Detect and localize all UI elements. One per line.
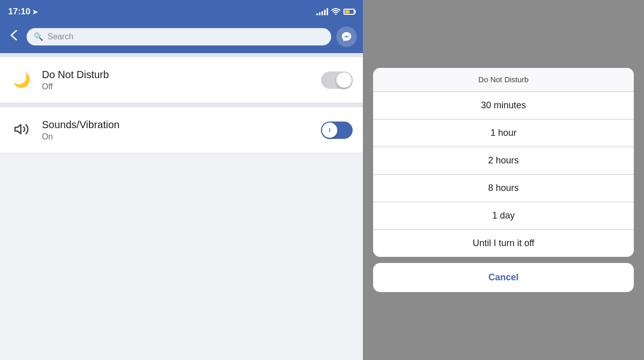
- action-sheet-title: Do Not Disturb: [478, 75, 528, 84]
- option-30-minutes[interactable]: 30 minutes: [373, 92, 634, 119]
- search-icon: 🔍: [34, 32, 43, 41]
- sound-icon-container: [10, 119, 33, 141]
- status-bar: 17:10 ➤: [0, 0, 363, 22]
- sounds-vibration-row[interactable]: Sounds/Vibration On: [0, 107, 363, 153]
- do-not-disturb-toggle[interactable]: [321, 71, 353, 89]
- do-not-disturb-row[interactable]: 🌙 Do Not Disturb Off: [0, 57, 363, 103]
- option-1-hour[interactable]: 1 hour: [373, 119, 634, 147]
- option-1-day-label: 1 day: [492, 210, 515, 221]
- sounds-vibration-toggle[interactable]: [321, 122, 353, 139]
- cancel-button[interactable]: Cancel: [373, 263, 634, 292]
- option-1-day[interactable]: 1 day: [373, 202, 634, 230]
- back-button[interactable]: [6, 28, 21, 46]
- moon-icon-container: 🌙: [10, 69, 33, 91]
- action-sheet-title-row: Do Not Disturb: [373, 68, 634, 92]
- sounds-vibration-title: Sounds/Vibration: [42, 119, 312, 131]
- status-time: 17:10 ➤: [8, 7, 38, 17]
- navigator-icon: ➤: [32, 8, 38, 16]
- do-not-disturb-knob: [336, 73, 352, 88]
- section-divider-mid: [0, 103, 363, 107]
- nav-bar: 🔍 Search: [0, 22, 363, 53]
- option-1-hour-label: 1 hour: [490, 128, 516, 138]
- right-panel: Do Not Disturb 30 minutes 1 hour 2 hours…: [363, 0, 644, 360]
- sound-icon: [14, 122, 29, 139]
- option-30-minutes-label: 30 minutes: [481, 100, 526, 110]
- sounds-vibration-knob: [322, 123, 337, 138]
- wifi-icon: [331, 8, 340, 16]
- svg-marker-0: [15, 125, 21, 134]
- moon-icon: 🌙: [13, 71, 31, 88]
- clock: 17:10: [8, 7, 30, 17]
- status-icons: [316, 8, 355, 16]
- option-until-turn-off-label: Until I turn it off: [473, 238, 535, 248]
- signal-icon: [316, 8, 328, 15]
- search-placeholder: Search: [48, 32, 74, 41]
- do-not-disturb-title: Do Not Disturb: [42, 69, 312, 81]
- cancel-label: Cancel: [488, 272, 518, 282]
- section-divider-top: [0, 53, 363, 57]
- sounds-vibration-text: Sounds/Vibration On: [42, 119, 312, 141]
- do-not-disturb-subtitle: Off: [42, 82, 312, 91]
- do-not-disturb-text: Do Not Disturb Off: [42, 69, 312, 91]
- option-until-turn-off[interactable]: Until I turn it off: [373, 230, 634, 257]
- left-panel: 17:10 ➤: [0, 0, 363, 360]
- action-sheet: Do Not Disturb 30 minutes 1 hour 2 hours…: [373, 68, 634, 257]
- search-bar[interactable]: 🔍 Search: [27, 28, 331, 45]
- option-8-hours-label: 8 hours: [488, 183, 519, 193]
- messenger-button[interactable]: [336, 27, 357, 47]
- option-2-hours[interactable]: 2 hours: [373, 147, 634, 175]
- option-8-hours[interactable]: 8 hours: [373, 175, 634, 202]
- sounds-vibration-subtitle: On: [42, 132, 312, 141]
- option-2-hours-label: 2 hours: [488, 155, 519, 165]
- battery-icon: [343, 9, 355, 15]
